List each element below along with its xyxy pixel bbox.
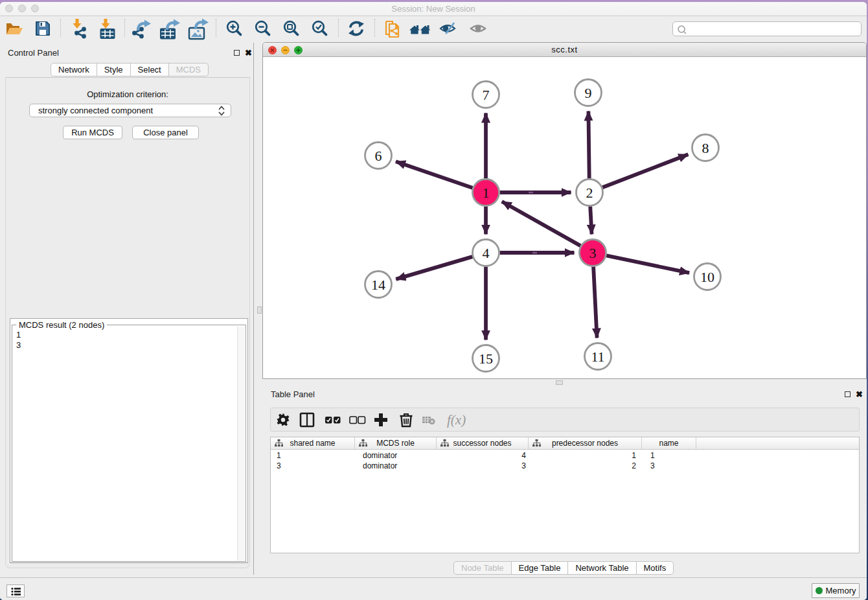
svg-text:f(x): f(x)	[447, 412, 466, 428]
svg-text:1: 1	[483, 185, 490, 201]
svg-text:9: 9	[585, 85, 592, 101]
svg-text:14: 14	[371, 277, 385, 293]
svg-text:4: 4	[483, 245, 490, 261]
svg-text:15: 15	[479, 351, 493, 367]
svg-text:2: 2	[586, 185, 593, 201]
svg-text:8: 8	[702, 140, 709, 156]
svg-text:10: 10	[700, 269, 714, 285]
svg-text:11: 11	[591, 349, 604, 365]
svg-text:3: 3	[589, 245, 597, 261]
svg-text:6: 6	[375, 148, 382, 164]
svg-text:7: 7	[483, 87, 490, 103]
